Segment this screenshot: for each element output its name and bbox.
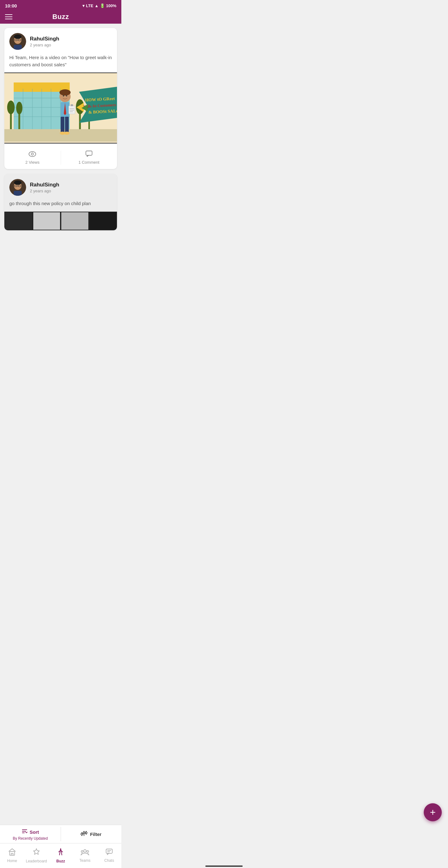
svg-rect-58 — [14, 191, 22, 196]
signal-icon: ▲ — [95, 3, 99, 8]
svg-point-22 — [16, 102, 22, 114]
user-name-2: RahulSingh — [30, 182, 59, 188]
status-bar: 10:00 ▾ LTE ▲ 🔋 100% — [0, 0, 121, 11]
image-strip — [4, 212, 117, 230]
svg-point-49 — [29, 152, 36, 157]
svg-point-30 — [66, 95, 67, 96]
comments-label: 1 Comment — [78, 160, 99, 165]
hamburger-menu[interactable] — [5, 14, 12, 19]
svg-point-28 — [59, 89, 71, 96]
lte-label: LTE — [86, 3, 93, 8]
post-time-1: 2 years ago — [30, 43, 59, 47]
post-text-1: Hi Team, Here is a video on "How to gree… — [9, 54, 112, 68]
wifi-icon: ▾ — [83, 3, 85, 8]
card-actions-1: 2 Views 1 Comment — [4, 144, 117, 169]
views-label: 2 Views — [26, 160, 39, 165]
svg-point-2 — [14, 35, 22, 39]
svg-rect-6 — [14, 45, 22, 50]
svg-rect-33 — [61, 117, 64, 132]
post-header-2: RahulSingh 2 years ago — [4, 174, 117, 199]
svg-rect-37 — [69, 106, 75, 114]
post-card-1: RahulSingh 2 years ago Hi Team, Here is … — [4, 28, 117, 169]
status-icons: ▾ LTE ▲ 🔋 100% — [83, 3, 116, 8]
svg-point-50 — [31, 153, 34, 155]
post-card-2: RahulSingh 2 years ago go through this n… — [4, 174, 117, 230]
strip-item-4 — [90, 212, 117, 230]
card-body-2: go through this new policy on child plan — [4, 199, 117, 212]
comment-button[interactable]: 1 Comment — [61, 148, 117, 167]
battery-label: 100% — [106, 3, 116, 8]
post-time-2: 2 years ago — [30, 189, 59, 193]
post-header-1: RahulSingh 2 years ago — [4, 28, 117, 53]
comment-icon — [86, 151, 92, 159]
user-name-1: RahulSingh — [30, 36, 59, 42]
avatar-2 — [9, 179, 26, 196]
eye-icon — [29, 151, 36, 159]
status-time: 10:00 — [5, 3, 17, 8]
svg-rect-38 — [71, 104, 73, 106]
user-info-1: RahulSingh 2 years ago — [30, 36, 59, 47]
svg-point-29 — [63, 95, 64, 96]
post-text-2: go through this new policy on child plan — [9, 200, 112, 207]
svg-point-36 — [64, 132, 70, 135]
svg-point-54 — [14, 181, 22, 185]
main-content: RahulSingh 2 years ago Hi Team, Here is … — [0, 24, 121, 298]
card-body-1: Hi Team, Here is a video on "How to gree… — [4, 53, 117, 72]
strip-item-3 — [61, 212, 88, 230]
battery-icon: 🔋 — [100, 3, 105, 8]
strip-item-2 — [33, 212, 60, 230]
strip-item-1 — [5, 212, 32, 230]
views-button[interactable]: 2 Views — [4, 148, 61, 167]
svg-point-20 — [7, 100, 14, 114]
svg-rect-21 — [18, 112, 20, 129]
app-header: Buzz — [0, 11, 121, 24]
svg-rect-34 — [65, 117, 69, 132]
avatar-1 — [9, 33, 26, 50]
page-title: Buzz — [52, 13, 69, 21]
svg-rect-51 — [86, 151, 92, 155]
user-info-2: RahulSingh 2 years ago — [30, 182, 59, 193]
video-thumbnail[interactable]: HOW tO GReet Walk-In Customers & BOOSt S… — [4, 72, 117, 144]
